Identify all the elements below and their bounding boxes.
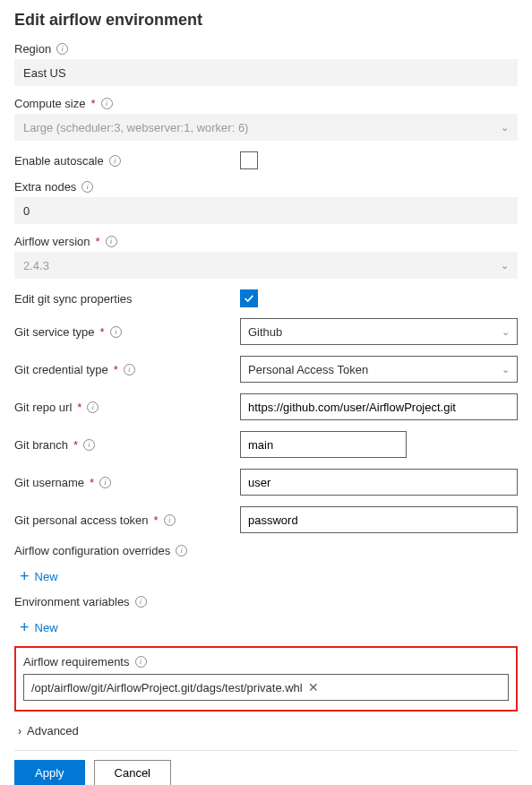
info-icon[interactable]: i xyxy=(106,236,117,247)
required-mark: * xyxy=(77,401,82,414)
info-icon[interactable]: i xyxy=(56,43,68,55)
info-icon[interactable]: i xyxy=(82,181,93,193)
airflow-version-select: 2.4.3 ⌄ xyxy=(14,252,518,279)
required-mark: * xyxy=(154,513,159,527)
git-pat-label: Git personal access token xyxy=(14,513,149,527)
git-repo-url-label: Git repo url xyxy=(14,401,72,414)
advanced-toggle[interactable]: › Advanced xyxy=(14,724,518,738)
add-new-label: New xyxy=(35,621,58,634)
enable-autoscale-checkbox[interactable] xyxy=(240,151,258,169)
close-icon[interactable]: ✕ xyxy=(308,680,319,694)
extra-nodes-input[interactable] xyxy=(14,197,518,224)
requirement-tag-text: /opt/airflow/git/AirflowProject.git/dags… xyxy=(31,681,303,694)
apply-button[interactable]: Apply xyxy=(14,760,85,785)
extra-nodes-label: Extra nodes xyxy=(14,180,76,194)
required-mark: * xyxy=(90,476,94,489)
git-credential-type-value: Personal Access Token xyxy=(248,363,368,376)
info-icon[interactable]: i xyxy=(109,155,121,167)
chevron-right-icon: › xyxy=(18,725,21,738)
plus-icon: + xyxy=(20,568,30,584)
git-username-input[interactable] xyxy=(240,469,518,496)
region-label: Region xyxy=(14,42,51,56)
git-pat-input[interactable] xyxy=(240,506,518,533)
check-icon xyxy=(243,292,255,305)
git-service-type-value: Github xyxy=(248,325,282,339)
info-icon[interactable]: i xyxy=(87,401,99,413)
env-vars-label: Environment variables xyxy=(14,595,130,608)
chevron-down-icon: ⌄ xyxy=(502,326,510,338)
info-icon[interactable]: i xyxy=(99,477,111,488)
git-credential-type-select[interactable]: Personal Access Token ⌄ xyxy=(240,356,518,383)
plus-icon: + xyxy=(20,619,30,635)
required-mark: * xyxy=(73,438,78,452)
add-new-label: New xyxy=(35,570,58,583)
config-overrides-label: Airflow configuration overrides xyxy=(14,544,170,557)
airflow-version-label: Airflow version xyxy=(14,235,90,248)
enable-autoscale-label: Enable autoscale xyxy=(14,154,104,168)
region-input[interactable] xyxy=(14,59,518,86)
airflow-version-value: 2.4.3 xyxy=(23,259,49,272)
compute-size-value: Large (scheduler:3, webserver:1, worker:… xyxy=(23,121,248,134)
required-mark: * xyxy=(114,363,118,376)
cancel-button[interactable]: Cancel xyxy=(94,760,171,785)
info-icon[interactable]: i xyxy=(83,439,95,451)
separator xyxy=(14,750,518,751)
git-sync-label: Edit git sync properties xyxy=(14,292,133,306)
compute-size-select: Large (scheduler:3, webserver:1, worker:… xyxy=(14,114,518,141)
git-service-type-label: Git service type xyxy=(14,325,95,339)
git-branch-label: Git branch xyxy=(14,438,68,452)
info-icon[interactable]: i xyxy=(101,98,113,109)
info-icon[interactable]: i xyxy=(164,514,176,526)
required-mark: * xyxy=(96,235,100,248)
info-icon[interactable]: i xyxy=(176,545,187,556)
advanced-label: Advanced xyxy=(27,724,79,738)
info-icon[interactable]: i xyxy=(110,326,122,338)
add-config-override-button[interactable]: + New xyxy=(14,568,58,584)
info-icon[interactable]: i xyxy=(135,596,147,608)
airflow-requirements-input[interactable]: /opt/airflow/git/AirflowProject.git/dags… xyxy=(23,674,509,701)
airflow-requirements-label: Airflow requirements xyxy=(23,655,130,669)
page-title: Edit airflow environment xyxy=(14,11,518,30)
git-service-type-select[interactable]: Github ⌄ xyxy=(240,318,518,345)
chevron-down-icon: ⌄ xyxy=(501,122,509,134)
required-mark: * xyxy=(90,97,95,110)
compute-size-label: Compute size xyxy=(14,97,85,110)
git-credential-type-label: Git credential type xyxy=(14,363,108,376)
info-icon[interactable]: i xyxy=(124,364,135,375)
add-env-var-button[interactable]: + New xyxy=(14,619,58,635)
git-sync-checkbox[interactable] xyxy=(240,289,258,307)
git-username-label: Git username xyxy=(14,476,84,489)
required-mark: * xyxy=(100,325,105,339)
git-repo-url-input[interactable] xyxy=(240,393,518,420)
chevron-down-icon: ⌄ xyxy=(502,364,510,375)
git-branch-input[interactable] xyxy=(240,431,407,458)
airflow-requirements-highlight: Airflow requirements i /opt/airflow/git/… xyxy=(14,646,518,712)
info-icon[interactable]: i xyxy=(135,656,147,668)
chevron-down-icon: ⌄ xyxy=(501,260,509,272)
